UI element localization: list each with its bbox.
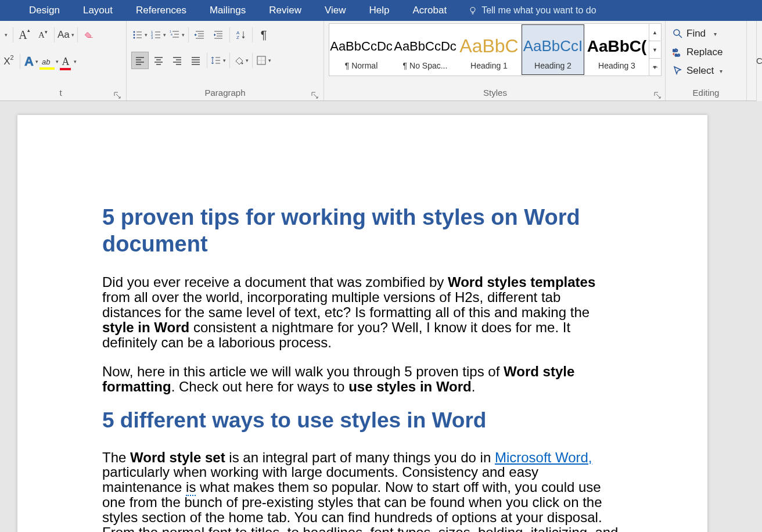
- superscript-button[interactable]: X2: [0, 53, 17, 70]
- tab-help[interactable]: Help: [358, 0, 401, 21]
- decrease-indent-button[interactable]: [191, 26, 209, 44]
- sort-icon: AZ: [236, 30, 246, 40]
- paragraph-dialog-launcher[interactable]: [311, 90, 319, 98]
- align-center-button[interactable]: [150, 52, 167, 69]
- document-page[interactable]: 5 proven tips for working with styles on…: [17, 115, 707, 532]
- tab-acrobat[interactable]: Acrobat: [401, 0, 459, 21]
- style-heading-1[interactable]: AaBbCHeading 1: [458, 24, 520, 75]
- group-editing: Find▾ abac Replace Select▾ Editing: [666, 21, 747, 100]
- right-sliver: C: [756, 21, 762, 101]
- style-heading-3[interactable]: AaBbC(Heading 3: [585, 24, 648, 75]
- svg-point-1: [134, 31, 135, 33]
- grow-font-button[interactable]: A▴: [16, 26, 33, 44]
- svg-point-11: [242, 63, 243, 64]
- group-styles: AaBbCcDc¶ Normal AaBbCcDc¶ No Spac... Aa…: [324, 21, 666, 100]
- tab-references[interactable]: References: [124, 0, 198, 21]
- styles-dialog-launcher[interactable]: [653, 90, 662, 98]
- gallery-scroll: ▲ ▼ ▼: [649, 24, 660, 76]
- gallery-expand[interactable]: ▼: [649, 59, 660, 76]
- line-spacing-button[interactable]: ▾: [210, 52, 227, 69]
- style-gallery: AaBbCcDc¶ Normal AaBbCcDc¶ No Spac... Aa…: [329, 24, 649, 76]
- svg-point-2: [134, 34, 135, 36]
- clear-formatting-button[interactable]: [80, 26, 98, 44]
- show-hide-button[interactable]: ¶: [255, 26, 272, 44]
- bullets-button[interactable]: ▾: [131, 26, 149, 44]
- eraser-icon: [84, 30, 94, 40]
- paint-bucket-icon: [233, 55, 244, 66]
- gallery-row-down[interactable]: ▼: [649, 41, 660, 59]
- gallery-row-up[interactable]: ▲: [649, 24, 660, 41]
- workspace[interactable]: 5 proven tips for working with styles on…: [0, 101, 762, 532]
- multilevel-list-button[interactable]: 1a▾: [168, 26, 186, 44]
- align-left-button[interactable]: [131, 52, 149, 69]
- ribbon: ▾ A▴ A▾ Aa▾ X2 A▾ ab▾ A▾ t: [0, 21, 762, 101]
- svg-text:3: 3: [151, 36, 153, 39]
- search-icon: [673, 28, 683, 39]
- font-color-button[interactable]: A▾: [60, 53, 78, 70]
- svg-point-3: [134, 37, 135, 39]
- font-name-dropdown[interactable]: ▾: [0, 26, 10, 44]
- lightbulb-icon: [468, 5, 478, 16]
- font-dialog-launcher[interactable]: [113, 90, 121, 98]
- shrink-font-button[interactable]: A▾: [34, 26, 52, 44]
- menu-bar: Design Layout References Mailings Review…: [0, 0, 762, 21]
- group-label-paragraph: Paragraph: [131, 87, 319, 100]
- change-case-button[interactable]: Aa▾: [57, 26, 75, 44]
- tab-view[interactable]: View: [313, 0, 358, 21]
- doc-paragraph[interactable]: Now, here in this article we will walk y…: [102, 364, 620, 394]
- doc-paragraph[interactable]: Did you ever receive a document that was…: [102, 275, 620, 350]
- svg-text:Z: Z: [236, 35, 239, 40]
- indent-icon: [213, 30, 224, 40]
- group-paragraph: ▾ 123▾ 1a▾ AZ ¶ ▾ ▾ ▾: [127, 21, 324, 100]
- borders-button[interactable]: ▾: [255, 52, 272, 69]
- style-heading-2[interactable]: AaBbCcIHeading 2: [522, 24, 584, 75]
- doc-paragraph[interactable]: The Word style set is an integral part o…: [102, 450, 620, 532]
- doc-heading-1[interactable]: 5 proven tips for working with styles on…: [102, 204, 620, 257]
- tab-layout[interactable]: Layout: [71, 0, 124, 21]
- group-font: ▾ A▴ A▾ Aa▾ X2 A▾ ab▾ A▾ t: [0, 21, 127, 100]
- svg-text:ac: ac: [675, 52, 680, 57]
- tab-design[interactable]: Design: [17, 0, 71, 21]
- doc-heading-2[interactable]: 5 different ways to use styles in Word: [102, 408, 620, 433]
- increase-indent-button[interactable]: [210, 26, 227, 44]
- justify-button[interactable]: [187, 52, 204, 69]
- tab-mailings[interactable]: Mailings: [198, 0, 257, 21]
- bullet-list-icon: [132, 30, 143, 40]
- group-label-styles: Styles: [329, 87, 662, 100]
- line-spacing-icon: [211, 55, 221, 66]
- replace-button[interactable]: abac Replace: [670, 43, 742, 62]
- sort-button[interactable]: AZ: [232, 26, 250, 44]
- align-center-icon: [153, 55, 164, 66]
- cursor-icon: [673, 66, 683, 76]
- numbering-button[interactable]: 123▾: [150, 26, 167, 44]
- svg-text:a: a: [171, 33, 172, 36]
- style-no-spacing[interactable]: AaBbCcDc¶ No Spac...: [394, 24, 457, 75]
- replace-icon: abac: [673, 47, 683, 57]
- outdent-icon: [195, 30, 205, 40]
- group-label-editing: Editing: [670, 87, 742, 100]
- text-effects-button[interactable]: A▾: [23, 53, 40, 70]
- justify-icon: [190, 55, 201, 66]
- highlight-button[interactable]: ab▾: [41, 53, 59, 70]
- doc-hyperlink[interactable]: Microsoft Word,: [495, 450, 592, 465]
- svg-point-0: [470, 8, 475, 12]
- number-list-icon: 123: [151, 30, 161, 40]
- align-right-button[interactable]: [168, 52, 186, 69]
- style-normal[interactable]: AaBbCcDc¶ Normal: [330, 24, 393, 75]
- borders-icon: [256, 55, 267, 66]
- svg-point-13: [674, 30, 680, 35]
- shading-button[interactable]: ▾: [232, 52, 250, 69]
- grammar-squiggle[interactable]: is: [186, 479, 196, 496]
- group-label-font: t: [0, 87, 121, 100]
- align-left-icon: [135, 55, 145, 66]
- tab-review[interactable]: Review: [257, 0, 313, 21]
- find-button[interactable]: Find▾: [670, 24, 742, 43]
- multilevel-list-icon: 1a: [170, 30, 180, 40]
- tell-me-search[interactable]: Tell me what you want to do: [481, 5, 596, 16]
- align-right-icon: [172, 55, 182, 66]
- select-button[interactable]: Select▾: [670, 62, 742, 80]
